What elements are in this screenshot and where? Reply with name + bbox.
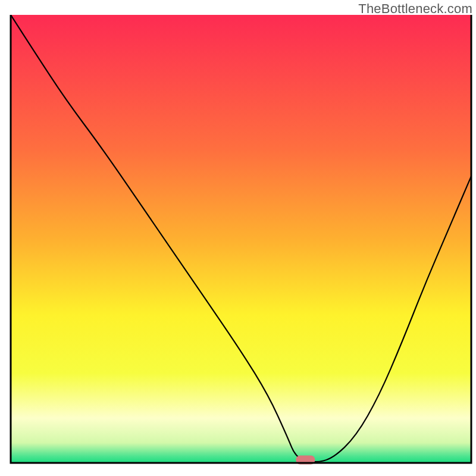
chart-container: TheBottleneck.com <box>0 0 476 476</box>
bottleneck-chart <box>0 0 476 476</box>
watermark-label: TheBottleneck.com <box>358 1 472 17</box>
gradient-background <box>11 15 471 463</box>
